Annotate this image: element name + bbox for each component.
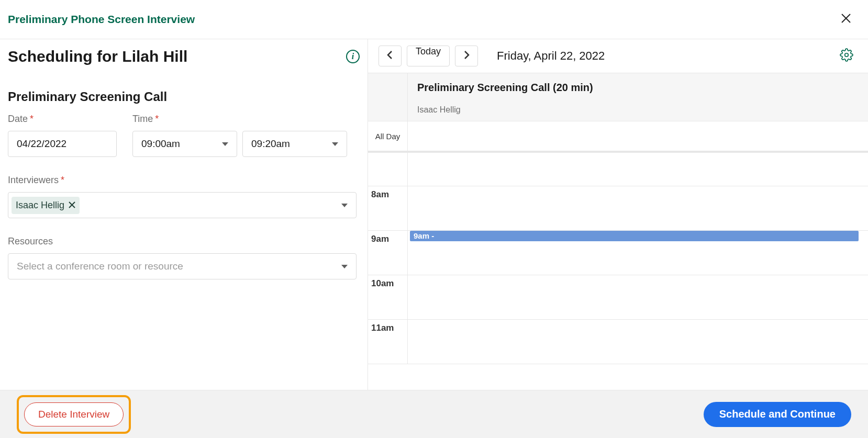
chevron-left-icon xyxy=(386,50,394,62)
section-title: Preliminary Screening Call xyxy=(8,89,360,104)
resources-label: Resources xyxy=(8,236,360,247)
hour-row: 9am 9am - xyxy=(368,231,868,275)
caret-down-icon xyxy=(222,142,228,146)
event-label: 9am - xyxy=(414,231,434,240)
gear-icon xyxy=(840,54,853,63)
close-button[interactable] xyxy=(839,12,853,27)
hour-label: 9am xyxy=(368,231,408,275)
hour-row: 10am xyxy=(368,275,868,320)
time-start-select[interactable]: 09:00am xyxy=(132,131,237,157)
modal-body: Scheduling for Lilah Hill i Preliminary … xyxy=(0,39,868,390)
resources-placeholder: Select a conference room or resource xyxy=(12,261,183,272)
time-end-value: 09:20am xyxy=(251,138,290,150)
today-button[interactable]: Today xyxy=(407,46,450,66)
modal-footer: Delete Interview Schedule and Continue xyxy=(0,390,868,438)
hour-label: 8am xyxy=(368,186,408,230)
calendar-event[interactable]: 9am - xyxy=(410,231,859,241)
interviewers-label: Interviewers* xyxy=(8,175,360,186)
info-icon[interactable]: i xyxy=(346,50,360,63)
date-value: 04/22/2022 xyxy=(17,138,66,150)
page-title: Scheduling for Lilah Hill xyxy=(8,48,187,65)
caret-down-icon xyxy=(332,142,338,146)
calendar-date: Friday, April 22, 2022 xyxy=(497,49,605,63)
svg-point-4 xyxy=(845,53,849,57)
resources-select[interactable]: Select a conference room or resource xyxy=(8,253,357,279)
calendar-panel: Today Friday, April 22, 2022 xyxy=(368,39,868,390)
calendar-grid: Preliminary Screening Call (20 min) Isaa… xyxy=(368,73,868,390)
delete-interview-button[interactable]: Delete Interview xyxy=(24,402,124,426)
caret-down-icon xyxy=(341,204,348,207)
all-day-slot[interactable] xyxy=(408,121,868,151)
time-label: Time* xyxy=(132,114,347,125)
calendar-controls: Today Friday, April 22, 2022 xyxy=(368,39,868,73)
hour-label: 11am xyxy=(368,320,408,364)
chip-remove-button[interactable] xyxy=(69,200,75,211)
hour-row xyxy=(368,153,868,186)
hour-label: 10am xyxy=(368,275,408,319)
resource-subtitle: Isaac Hellig xyxy=(417,105,859,115)
prev-day-button[interactable] xyxy=(379,46,402,66)
date-label: Date* xyxy=(8,114,117,125)
chip-label: Isaac Hellig xyxy=(16,200,64,211)
next-day-button[interactable] xyxy=(455,46,478,66)
date-input[interactable]: 04/22/2022 xyxy=(8,131,117,157)
resource-title: Preliminary Screening Call (20 min) xyxy=(417,82,859,94)
close-icon xyxy=(841,13,851,26)
calendar-resource-header: Preliminary Screening Call (20 min) Isaa… xyxy=(368,73,868,121)
hour-slot[interactable]: 9am - xyxy=(408,231,868,275)
all-day-row: All Day xyxy=(368,121,868,153)
hour-slot[interactable] xyxy=(408,153,868,186)
hour-slot[interactable] xyxy=(408,320,868,364)
hour-row: 11am xyxy=(368,320,868,364)
interviewer-chip: Isaac Hellig xyxy=(12,197,80,214)
interviewers-select[interactable]: Isaac Hellig xyxy=(8,192,357,218)
hour-row: 8am xyxy=(368,186,868,231)
time-end-select[interactable]: 09:20am xyxy=(242,131,347,157)
modal-title: Preliminary Phone Screen Interview xyxy=(8,13,195,26)
time-start-value: 09:00am xyxy=(141,138,180,150)
delete-highlight: Delete Interview xyxy=(17,395,131,434)
hour-slot[interactable] xyxy=(408,275,868,319)
schedule-continue-button[interactable]: Schedule and Continue xyxy=(704,402,851,427)
modal-header: Preliminary Phone Screen Interview xyxy=(0,0,868,39)
chevron-right-icon xyxy=(463,50,470,62)
all-day-label: All Day xyxy=(368,121,408,151)
caret-down-icon xyxy=(341,265,348,268)
form-panel: Scheduling for Lilah Hill i Preliminary … xyxy=(0,39,368,390)
hour-slot[interactable] xyxy=(408,186,868,230)
calendar-settings-button[interactable] xyxy=(840,48,853,64)
